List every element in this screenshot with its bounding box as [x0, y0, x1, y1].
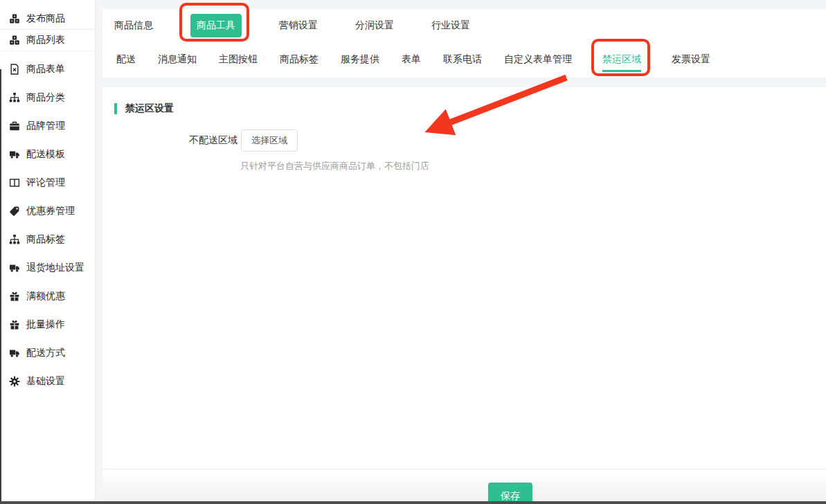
sidebar-item-brand-management[interactable]: 品牌管理	[0, 111, 95, 140]
tab-contact-phone[interactable]: 联系电话	[443, 53, 482, 66]
tab-service-provide[interactable]: 服务提供	[341, 53, 379, 66]
helper-text: 只针对平台自营与供应商商品订单，不包括门店	[240, 160, 826, 172]
tabs-card: 商品信息商品工具营销设置分润设置行业设置 配送消息通知主图按钮商品标签服务提供表…	[102, 9, 826, 78]
sidebar-item-label: 批量操作	[26, 318, 65, 331]
tab-goods-tools[interactable]: 商品工具	[190, 14, 242, 37]
gift-icon	[9, 291, 20, 302]
tab-embargo-area[interactable]: 禁运区域	[602, 53, 641, 72]
tab-industry-settings[interactable]: 行业设置	[431, 19, 470, 32]
sidebar-item-coupon-management[interactable]: 优惠券管理	[0, 197, 95, 225]
section-title: 禁运区设置	[125, 102, 174, 115]
sidebar-item-goods-list[interactable]: 商品列表	[0, 30, 95, 51]
tab-profit-sharing-settings[interactable]: 分润设置	[355, 19, 394, 32]
sidebar-item-label: 发布商品	[26, 12, 65, 25]
sidebar-item-label: 基础设置	[26, 375, 65, 388]
tab-goods-label[interactable]: 商品标签	[280, 53, 318, 66]
sitemap-icon	[9, 234, 20, 245]
tab-form[interactable]: 表单	[402, 53, 421, 66]
truck-icon	[9, 149, 20, 160]
primary-tabs: 商品信息商品工具营销设置分润设置行业设置	[114, 9, 470, 42]
truck-icon	[9, 348, 20, 359]
gift-icon	[9, 319, 20, 330]
sidebar-item-label: 商品标签	[26, 233, 65, 246]
sidebar-item-goods-tags[interactable]: 商品标签	[0, 225, 95, 253]
tab-marketing-settings[interactable]: 营销设置	[279, 19, 318, 32]
sidebar-item-full-amount-discount[interactable]: 满额优惠	[0, 282, 95, 310]
sidebar-item-goods-form[interactable]: 商品表单	[0, 55, 95, 83]
sitemap-icon	[9, 92, 20, 103]
main-panel: 禁运区设置 不配送区域 选择区域 只针对平台自营与供应商商品订单，不包括门店 保…	[102, 87, 826, 504]
tab-delivery[interactable]: 配送	[116, 53, 136, 66]
sidebar-item-label: 优惠券管理	[26, 205, 75, 217]
columns-icon	[9, 177, 20, 188]
briefcase-icon	[9, 120, 20, 132]
sidebar-item-delivery-template[interactable]: 配送模板	[0, 140, 95, 168]
window-bottom-edge	[0, 501, 826, 504]
sidebar-item-label: 商品表单	[26, 63, 65, 75]
sidebar-nav: 发布商品商品列表商品表单商品分类品牌管理配送模板评论管理优惠券管理商品标签退货地…	[0, 0, 96, 504]
select-region-button[interactable]: 选择区域	[241, 129, 298, 152]
packages-icon	[9, 13, 20, 24]
section-accent-bar	[114, 103, 117, 114]
gear-icon	[9, 376, 20, 387]
tab-main-image-button[interactable]: 主图按钮	[219, 53, 258, 66]
tab-invoice-settings[interactable]: 发票设置	[672, 53, 710, 66]
sidebar-item-label: 商品列表	[26, 34, 65, 46]
tab-goods-info[interactable]: 商品信息	[114, 19, 153, 32]
window-left-edge	[0, 69, 1, 504]
section-header: 禁运区设置	[114, 102, 826, 115]
sidebar-item-label: 品牌管理	[26, 120, 65, 132]
packages-icon	[9, 35, 20, 46]
sidebar-item-goods-category[interactable]: 商品分类	[0, 83, 95, 111]
sidebar-item-delivery-method[interactable]: 配送方式	[0, 339, 95, 367]
panel-footer: 保存	[102, 469, 826, 504]
sidebar-item-label: 商品分类	[26, 91, 65, 104]
sidebar-item-batch-operations[interactable]: 批量操作	[0, 310, 95, 339]
sidebar-item-return-address-settings[interactable]: 退货地址设置	[0, 253, 95, 282]
sidebar-item-label: 退货地址设置	[26, 262, 84, 274]
no-delivery-area-row: 不配送区域 选择区域	[102, 129, 826, 152]
file-x-icon	[9, 64, 20, 75]
sidebar-item-label: 评论管理	[26, 177, 65, 189]
sidebar-item-label: 配送方式	[26, 347, 65, 359]
tab-custom-form-management[interactable]: 自定义表单管理	[504, 53, 572, 66]
no-delivery-area-label: 不配送区域	[102, 134, 237, 147]
sidebar-item-label: 配送模板	[26, 148, 65, 161]
sidebar-item-basic-settings[interactable]: 基础设置	[0, 367, 95, 395]
tab-message-notification[interactable]: 消息通知	[158, 53, 197, 66]
tag-icon	[9, 206, 20, 217]
sidebar-item-review-management[interactable]: 评论管理	[0, 168, 95, 197]
truck-icon	[9, 262, 20, 273]
sidebar-item-label: 满额优惠	[26, 290, 65, 303]
sidebar-item-publish-goods[interactable]: 发布商品	[0, 8, 95, 30]
secondary-tabs: 配送消息通知主图按钮商品标签服务提供表单联系电话自定义表单管理禁运区域发票设置	[116, 42, 710, 77]
